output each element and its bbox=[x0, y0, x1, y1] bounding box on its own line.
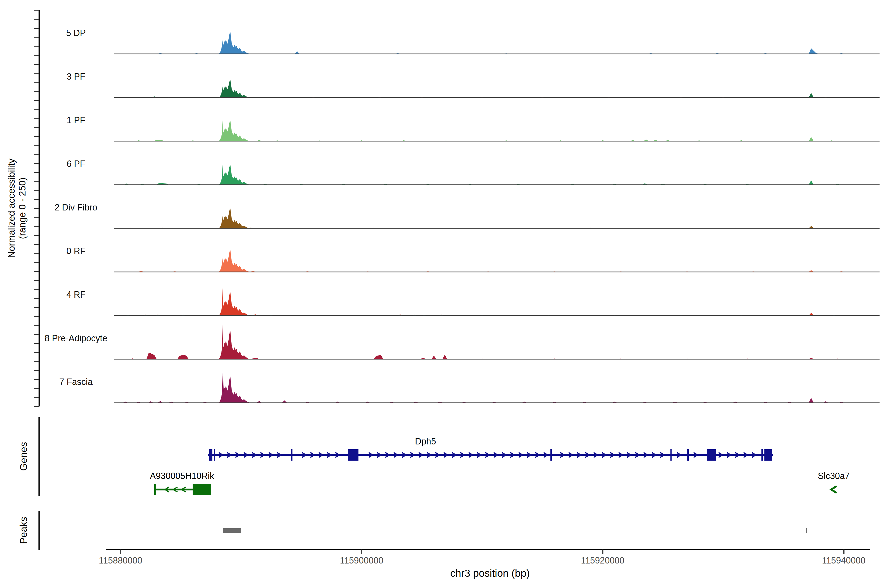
gene-exon bbox=[348, 449, 358, 460]
track-5-dp: 5 DP bbox=[66, 28, 879, 54]
gene-strand-arrow bbox=[831, 486, 837, 493]
track-label: 6 PF bbox=[67, 159, 85, 169]
coverage-signal bbox=[158, 31, 844, 54]
track-7-fascia: 7 Fascia bbox=[59, 372, 879, 403]
x-axis: 115880000115900000115920000115940000chr3… bbox=[99, 549, 870, 579]
track-label: 1 PF bbox=[67, 115, 85, 125]
gene-label: Dph5 bbox=[415, 436, 436, 446]
coverage-signal bbox=[123, 372, 844, 403]
gene-exon bbox=[670, 449, 672, 460]
gene-exon bbox=[762, 449, 763, 460]
gene-slc30a7: Slc30a7 bbox=[818, 471, 850, 493]
gene-exon bbox=[291, 449, 292, 460]
x-axis-tick-label: 115880000 bbox=[99, 555, 142, 566]
track-label: 2 Div Fibro bbox=[55, 202, 97, 212]
track-0-rf: 0 RF bbox=[66, 246, 879, 272]
coverage-signal bbox=[128, 207, 834, 228]
genes-section-label: Genes bbox=[18, 442, 29, 471]
y-axis-label-line1: Normalized accessibility bbox=[6, 159, 16, 258]
gene-exon bbox=[764, 449, 772, 460]
peak-region bbox=[223, 528, 241, 532]
track-3-pf: 3 PF bbox=[67, 72, 879, 98]
peaks-track bbox=[223, 528, 807, 532]
gene-a930005h10rik: A930005H10Rik bbox=[150, 471, 214, 495]
x-axis-tick-label: 115900000 bbox=[340, 555, 383, 566]
track-1-pf: 1 PF bbox=[67, 115, 879, 141]
track-label: 3 PF bbox=[67, 72, 85, 82]
coverage-signal bbox=[139, 249, 844, 272]
x-axis-tick-label: 115940000 bbox=[822, 555, 866, 566]
gene-exon bbox=[707, 449, 716, 460]
x-axis-tick-label: 115920000 bbox=[581, 555, 624, 566]
coverage-signal bbox=[152, 79, 828, 98]
y-axis-bracket: Normalized accessibility(range 0 - 250) bbox=[6, 10, 39, 406]
coverage-signal bbox=[126, 288, 837, 315]
gene-exon bbox=[687, 449, 689, 460]
gene-exon bbox=[154, 484, 156, 495]
gene-exon bbox=[209, 449, 212, 460]
gene-label: Slc30a7 bbox=[818, 471, 850, 481]
gene-dph5: Dph5 bbox=[208, 436, 773, 460]
y-axis-label-line2: (range 0 - 250) bbox=[17, 177, 27, 239]
track-label: 4 RF bbox=[66, 290, 86, 300]
track-4-rf: 4 RF bbox=[66, 288, 879, 315]
track-8-pre-adipocyte: 8 Pre-Adipocyte bbox=[45, 324, 879, 359]
track-label: 0 RF bbox=[66, 246, 86, 256]
coverage-signal bbox=[130, 324, 840, 359]
coverage-signal bbox=[136, 120, 834, 141]
x-axis-title: chr3 position (bp) bbox=[450, 567, 530, 579]
peak-region bbox=[806, 528, 807, 532]
section-labels: GenesPeaks bbox=[18, 417, 39, 550]
gene-label: A930005H10Rik bbox=[150, 471, 214, 481]
track-label: 5 DP bbox=[66, 28, 86, 38]
genome-browser: Normalized accessibility(range 0 - 250)5… bbox=[0, 0, 882, 588]
gene-exon bbox=[214, 449, 215, 460]
coverage-signal bbox=[124, 164, 840, 185]
track-label: 8 Pre-Adipocyte bbox=[45, 333, 107, 343]
track-label: 7 Fascia bbox=[59, 377, 93, 387]
gene-exon bbox=[550, 449, 552, 460]
track-6-pf: 6 PF bbox=[67, 159, 879, 185]
track-2-div-fibro: 2 Div Fibro bbox=[55, 202, 879, 228]
peaks-section-label: Peaks bbox=[18, 517, 29, 544]
gene-exon bbox=[193, 484, 211, 495]
coverage-plot: Normalized accessibility(range 0 - 250)5… bbox=[0, 0, 882, 588]
